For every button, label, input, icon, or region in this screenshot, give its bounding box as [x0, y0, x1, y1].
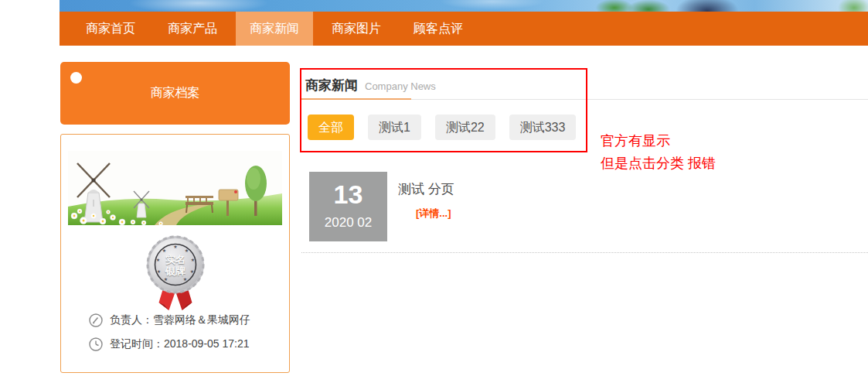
- news-item-separator: [301, 252, 868, 253]
- section-title: 商家新闻: [305, 78, 358, 93]
- svg-text:★: ★: [189, 268, 193, 274]
- news-date-day: 13: [309, 181, 387, 207]
- filter-test333-button[interactable]: 测试333: [509, 115, 577, 140]
- bullet-dot-icon: [70, 72, 82, 84]
- svg-text:★: ★: [173, 244, 177, 249]
- register-time-text: 登记时间：2018-09-05 17:21: [110, 337, 250, 351]
- tab-merchant-photos[interactable]: 商家图片: [318, 12, 395, 46]
- banner-image: [60, 0, 868, 12]
- page: 商家首页 商家产品 商家新闻 商家图片 顾客点评 商家档案: [0, 0, 868, 383]
- tab-customer-reviews[interactable]: 顾客点评: [400, 12, 477, 46]
- news-detail-link[interactable]: [详情...]: [416, 207, 451, 221]
- merchant-info-panel: ★★★ ★★★ ★★★ 实名 银牌 负责人：雪蓉网络＆果城网仔: [60, 134, 290, 373]
- silver-medal-badge: ★★★ ★★★ ★★★ 实名 银牌: [138, 234, 212, 315]
- heading-divider-accent: [301, 98, 411, 100]
- merchant-profile-label: 商家档案: [151, 85, 200, 101]
- annotation-line1: 官方有显示: [601, 130, 716, 152]
- news-date-yearmonth: 2020 02: [309, 215, 387, 231]
- register-time-row: 登记时间：2018-09-05 17:21: [89, 337, 250, 351]
- filter-test1-button[interactable]: 测试1: [368, 115, 421, 140]
- svg-text:★: ★: [156, 268, 160, 274]
- svg-text:★: ★: [190, 257, 194, 262]
- tab-merchant-home[interactable]: 商家首页: [72, 12, 149, 46]
- pencil-icon: [89, 313, 103, 327]
- news-item-title[interactable]: 测试 分页: [398, 180, 454, 198]
- news-category-filters: 全部 测试1 测试22 测试333: [308, 115, 576, 140]
- section-subtitle: Company News: [365, 80, 436, 92]
- filter-test22-button[interactable]: 测试22: [435, 115, 495, 140]
- svg-text:★: ★: [182, 276, 186, 282]
- tab-merchant-news[interactable]: 商家新闻: [236, 12, 313, 46]
- merchant-profile-header: 商家档案: [60, 62, 290, 125]
- pastoral-scene-image: [68, 151, 282, 225]
- tab-merchant-products[interactable]: 商家产品: [154, 12, 231, 46]
- section-heading: 商家新闻Company News: [305, 77, 436, 94]
- badge-text-line1: 实名: [165, 254, 186, 265]
- badge-text-line2: 银牌: [165, 265, 186, 277]
- manager-info-row: 负责人：雪蓉网络＆果城网仔: [89, 313, 250, 327]
- svg-text:★: ★: [163, 276, 167, 282]
- svg-text:★: ★: [184, 248, 188, 253]
- news-date-box: 13 2020 02: [309, 172, 387, 241]
- filter-all-button[interactable]: 全部: [308, 115, 354, 140]
- annotation-note: 官方有显示 但是点击分类 报错: [601, 130, 716, 175]
- svg-text:★: ★: [162, 248, 165, 253]
- clock-icon: [89, 337, 103, 351]
- main-nav: 商家首页 商家产品 商家新闻 商家图片 顾客点评: [60, 12, 868, 46]
- manager-info-text: 负责人：雪蓉网络＆果城网仔: [110, 313, 250, 327]
- svg-text:★: ★: [155, 257, 159, 262]
- annotation-line2: 但是点击分类 报错: [601, 152, 716, 175]
